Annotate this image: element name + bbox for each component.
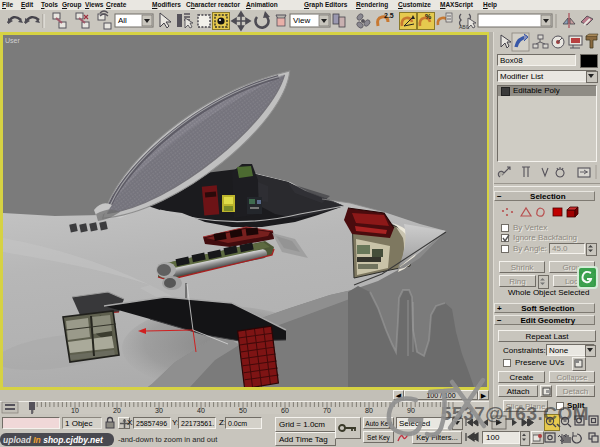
svg-text:2.5: 2.5 xyxy=(384,12,394,19)
svg-text:40: 40 xyxy=(197,407,205,414)
svg-text:50: 50 xyxy=(239,407,247,414)
svg-text:%: % xyxy=(425,13,432,20)
svg-text:All: All xyxy=(118,16,127,25)
svg-text:80: 80 xyxy=(365,407,373,414)
svg-text:10: 10 xyxy=(71,407,79,414)
svg-text:View: View xyxy=(293,16,310,25)
svg-text:60: 60 xyxy=(281,407,289,414)
svg-text:30: 30 xyxy=(155,407,163,414)
svg-text:70: 70 xyxy=(323,407,331,414)
svg-text:20: 20 xyxy=(113,407,121,414)
